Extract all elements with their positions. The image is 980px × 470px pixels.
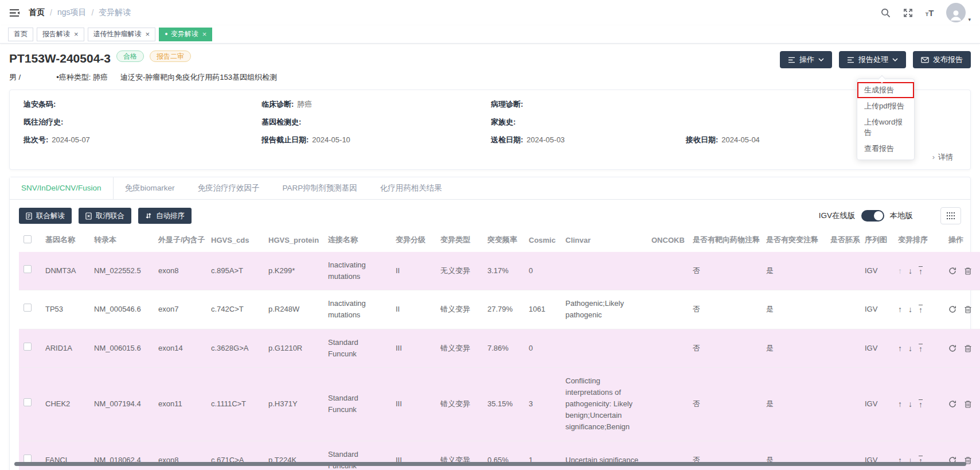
cell-ops [944, 329, 980, 367]
view-tab-1[interactable]: 报告解读× [37, 28, 84, 41]
dropdown-item-2[interactable]: 上传word报告 [857, 114, 914, 141]
row-checkbox[interactable] [24, 455, 32, 463]
igv-link[interactable]: IGV [865, 266, 877, 275]
tab-0[interactable]: SNV/InDel/CNV/Fusion [10, 177, 114, 199]
move-to-top-icon[interactable]: ↑ [919, 305, 923, 314]
cell-gene: ARID1A [41, 329, 89, 367]
select-all-checkbox[interactable] [24, 235, 32, 243]
cell-checkbox [19, 290, 41, 329]
patient-product: 迪泛安-肿瘤靶向免疫化疗用药153基因组织检测 [120, 72, 277, 83]
delete-icon[interactable] [964, 400, 972, 408]
tab-2[interactable]: 免疫治疗疗效因子 [186, 177, 271, 199]
info-field: 家族史: [491, 117, 686, 127]
cell-frequency: 27.79% [483, 290, 524, 329]
cancel-joint-button[interactable]: 取消联合 [79, 208, 131, 224]
cell-oncokb [647, 290, 688, 329]
variant-tabs: SNV/InDel/CNV/Fusion免疫biomarker免疫治疗疗效因子P… [10, 177, 970, 200]
dropdown-item-3[interactable]: 查看报告 [857, 141, 914, 157]
dropdown-item-0[interactable]: 生成报告 [857, 82, 914, 98]
page-title: PT153W-240504-3 [9, 51, 111, 67]
move-down-icon[interactable]: ↓ [908, 267, 912, 275]
column-header: 是否有突变注释 [762, 231, 826, 252]
igv-version-toggle[interactable] [861, 210, 884, 222]
column-settings-button[interactable] [940, 207, 961, 224]
cell-transcript: NM_000546.6 [89, 290, 154, 329]
move-up-icon[interactable]: ↑ [898, 267, 902, 275]
move-down-icon[interactable]: ↓ [908, 400, 912, 408]
operate-button[interactable]: 操作 [780, 51, 832, 68]
view-tab-3[interactable]: ●变异解读× [159, 28, 212, 41]
user-menu[interactable]: ▾ [946, 3, 971, 22]
cell-hgvs-cds: c.1111C>T [206, 367, 264, 441]
refresh-icon[interactable] [948, 267, 956, 275]
refresh-icon[interactable] [948, 305, 956, 313]
auto-sort-button[interactable]: 自动排序 [138, 208, 192, 224]
tab-1[interactable]: 免疫biomarker [114, 177, 186, 199]
detail-link[interactable]: ›详情 [932, 153, 953, 161]
cell-germline [826, 367, 860, 441]
info-label: 批次号: [24, 135, 48, 144]
search-icon[interactable] [881, 8, 891, 18]
cell-germline [826, 329, 860, 367]
cancel-joint-label: 取消联合 [96, 211, 124, 221]
delete-icon[interactable] [964, 305, 972, 313]
fullscreen-icon[interactable] [903, 8, 913, 18]
delete-icon[interactable] [964, 344, 972, 352]
joint-interpret-button[interactable]: 联合解读 [19, 208, 72, 224]
refresh-icon[interactable] [948, 400, 956, 408]
table-body: DNMT3A NM_022552.5 exon8 c.895A>T p.K299… [19, 252, 980, 470]
breadcrumb-project[interactable]: ngs项目 [57, 7, 87, 18]
close-icon[interactable]: × [146, 30, 150, 38]
igv-link[interactable]: IGV [865, 399, 877, 408]
igv-link[interactable]: IGV [865, 344, 877, 352]
top-navbar: 首页 / ngs项目 / 变异解读 TT ▾ [0, 0, 980, 25]
list-icon [847, 57, 854, 63]
info-label: 接收日期: [686, 135, 718, 144]
cell-checkbox [19, 367, 41, 441]
dropdown-item-1[interactable]: 上传pdf报告 [857, 98, 914, 114]
column-header: 是否有靶向药物注释 [688, 231, 762, 252]
report-process-dropdown: 生成报告上传pdf报告上传word报告查看报告 [857, 79, 915, 160]
joint-interpret-label: 联合解读 [36, 211, 65, 221]
move-to-top-icon[interactable]: ↑ [919, 399, 923, 409]
view-tab-2[interactable]: 遗传性肿瘤解读× [88, 28, 156, 41]
close-icon[interactable]: × [74, 30, 79, 38]
info-field: 基因检测史: [261, 117, 491, 127]
row-checkbox[interactable] [24, 265, 32, 273]
tab-4[interactable]: 化疗用药相关结果 [369, 177, 454, 199]
row-checkbox[interactable] [24, 343, 32, 351]
view-tab-0[interactable]: 首页 [8, 28, 33, 41]
info-field: 送检日期:2024-05-03 [491, 135, 686, 145]
tag-bar: 首页报告解读×遗传性肿瘤解读×●变异解读× [0, 25, 980, 44]
row-checkbox[interactable] [24, 398, 32, 406]
avatar [946, 3, 966, 22]
report-process-button[interactable]: 报告处理 [839, 51, 906, 68]
move-up-icon[interactable]: ↑ [898, 344, 902, 352]
publish-report-button[interactable]: 发布报告 [913, 51, 971, 68]
column-header: HGVS_cds [206, 231, 264, 252]
close-icon[interactable]: × [202, 30, 207, 38]
delete-icon[interactable] [964, 267, 972, 275]
info-label: 既往治疗史: [24, 118, 63, 126]
cell-ops [944, 367, 980, 441]
breadcrumb-home[interactable]: 首页 [29, 7, 45, 18]
font-size-icon[interactable]: TT [926, 9, 934, 17]
move-down-icon[interactable]: ↓ [908, 305, 912, 313]
sidebar-toggle-icon[interactable] [9, 9, 19, 17]
table-row: ARID1A NM_006015.6 exon14 c.3628G>A p.G1… [19, 329, 980, 367]
cell-clinvar [561, 329, 647, 367]
tab-3[interactable]: PARP抑制剂预测基因 [271, 177, 369, 199]
cell-type: 无义变异 [436, 252, 483, 290]
move-up-icon[interactable]: ↑ [898, 305, 902, 313]
navbar-right: TT ▾ [881, 3, 971, 22]
move-down-icon[interactable]: ↓ [908, 344, 912, 352]
move-to-top-icon[interactable]: ↑ [919, 266, 923, 275]
refresh-icon[interactable] [948, 344, 956, 352]
move-to-top-icon[interactable]: ↑ [919, 344, 923, 353]
move-up-icon[interactable]: ↑ [898, 400, 902, 408]
igv-link[interactable]: IGV [865, 305, 877, 313]
column-header: 外显子/内含子 [154, 231, 206, 252]
info-field [686, 117, 956, 127]
row-checkbox[interactable] [24, 304, 32, 312]
horizontal-scrollbar[interactable] [14, 462, 966, 466]
